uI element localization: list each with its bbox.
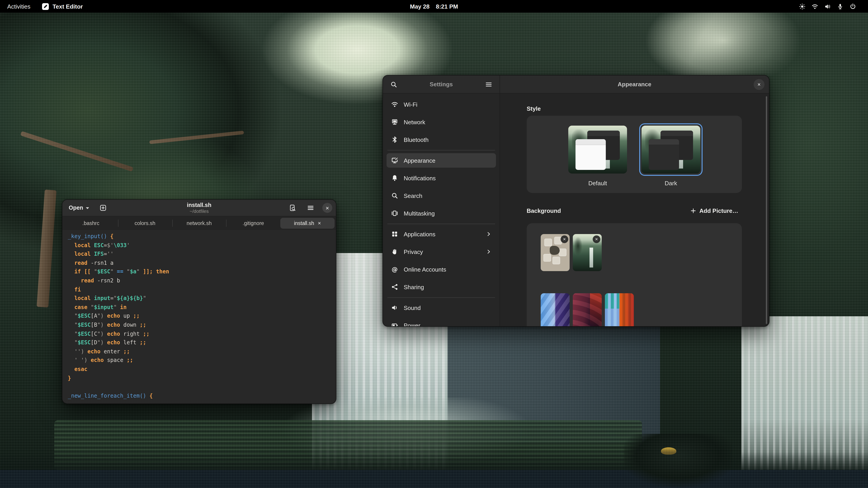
- code-token: $ESC: [78, 322, 91, 328]
- primary-menu-button[interactable]: [483, 78, 495, 91]
- settings-close-button[interactable]: ×: [754, 79, 765, 90]
- settings-content: Appearance × Style Default Dark Backgrou…: [500, 75, 769, 326]
- bell-icon: [391, 174, 398, 182]
- power-battery-icon: [391, 322, 398, 326]
- brightness-status-icon[interactable]: [799, 3, 806, 10]
- sidebar-item-applications[interactable]: Applications: [386, 227, 496, 241]
- tab-install-sh[interactable]: install.sh×: [280, 218, 335, 229]
- wifi-icon: [391, 101, 398, 108]
- sidebar-item-notifications[interactable]: Notifications: [386, 171, 496, 185]
- close-icon: ×: [563, 237, 566, 242]
- document-search-icon: [289, 204, 296, 212]
- hamburger-menu-icon: [485, 80, 492, 88]
- volume-status-icon[interactable]: [824, 3, 831, 10]
- code-editor-area[interactable]: _key_input() { local ESC=$'\033' local I…: [62, 230, 336, 400]
- code-token: [68, 295, 74, 301]
- sidebar-item-power[interactable]: Power: [386, 318, 496, 326]
- open-document-button[interactable]: Open: [66, 203, 92, 213]
- code-line: local ESC=$'\033': [68, 241, 336, 250]
- new-tab-button[interactable]: [97, 201, 110, 214]
- code-token: fi: [74, 286, 81, 293]
- code-token: [68, 330, 74, 337]
- tab-label: .bashrc: [82, 221, 99, 226]
- code-token: }: [68, 375, 71, 381]
- background-default-maroon-waves[interactable]: [573, 293, 602, 327]
- tab-bashrc[interactable]: .bashrc: [64, 218, 118, 229]
- code-token: $a: [130, 269, 136, 275]
- sidebar-item-wi-fi[interactable]: Wi-Fi: [386, 97, 496, 111]
- volume-icon: [824, 3, 831, 10]
- microphone-status-icon[interactable]: [837, 3, 844, 10]
- code-token: [68, 286, 74, 293]
- background-heading: Background: [527, 207, 561, 214]
- remove-background-button[interactable]: ×: [561, 235, 568, 243]
- multitasking-icon-wrap: [391, 210, 398, 217]
- tab-gitignore[interactable]: .gitignore: [226, 218, 281, 229]
- code-line: esac: [68, 365, 336, 374]
- sidebar-item-bluetooth[interactable]: Bluetooth: [386, 132, 496, 147]
- code-token: [C: [91, 330, 97, 337]
- remove-background-button[interactable]: ×: [593, 235, 600, 243]
- code-token: '': [107, 251, 114, 257]
- menu-button[interactable]: [304, 201, 317, 214]
- window-close-button[interactable]: ×: [322, 203, 332, 213]
- code-token: {: [149, 392, 153, 399]
- search-button[interactable]: [388, 78, 400, 91]
- focused-app-menu[interactable]: Text Editor: [42, 3, 83, 10]
- editor-headerbar[interactable]: Open install.sh ~/dotfiles: [62, 200, 336, 217]
- tile-shape: [544, 254, 551, 262]
- code-line: '') echo enter ;;: [68, 347, 336, 356]
- code-token: "): [97, 313, 107, 319]
- activities-button[interactable]: Activities: [7, 3, 31, 10]
- add-picture-button[interactable]: Add Picture…: [687, 205, 742, 216]
- power-status-icon[interactable]: [849, 3, 856, 10]
- system-status-area[interactable]: [799, 0, 868, 13]
- code-line: }: [68, 374, 336, 383]
- tab-network-sh[interactable]: network.sh: [172, 218, 226, 229]
- code-token: echo: [107, 313, 120, 319]
- sidebar-item-online-accounts[interactable]: @Online Accounts: [386, 262, 496, 276]
- tab-colors-sh[interactable]: colors.sh: [118, 218, 172, 229]
- background-thumbnail-forest-wallpaper[interactable]: ×: [573, 234, 602, 271]
- sidebar-item-multitasking[interactable]: Multitasking: [386, 206, 496, 221]
- sidebar-item-network[interactable]: Network: [386, 115, 496, 129]
- code-token: $ESC: [78, 339, 91, 346]
- sidebar-item-sharing[interactable]: Sharing: [386, 280, 496, 294]
- style-option-dark[interactable]: Dark: [639, 123, 703, 187]
- tab-close-icon[interactable]: ×: [318, 220, 321, 226]
- code-token: \033: [114, 242, 127, 248]
- code-token: ' '): [74, 357, 91, 363]
- tab-label: install.sh: [294, 221, 314, 226]
- sidebar-item-sound[interactable]: Sound: [386, 300, 496, 315]
- sidebar-item-label: Sound: [404, 304, 421, 311]
- close-icon: ×: [326, 205, 329, 211]
- network-icon: [391, 119, 398, 126]
- wifi-status-icon[interactable]: [811, 3, 818, 10]
- background-default-blue-purple[interactable]: [541, 293, 569, 327]
- sidebar-item-search[interactable]: Search: [386, 188, 496, 203]
- sidebar-item-label: Applications: [404, 231, 435, 237]
- tab-label: colors.sh: [134, 221, 155, 226]
- sidebar-item-privacy[interactable]: Privacy: [386, 245, 496, 259]
- content-scrollbar[interactable]: [766, 96, 767, 324]
- background-thumbnail-files-wallpaper[interactable]: ×: [541, 234, 569, 271]
- code-token: echo: [91, 357, 104, 363]
- clock-button[interactable]: May 28 8:21 PM: [410, 3, 458, 10]
- text-editor-app-icon: [42, 3, 49, 10]
- code-token: [68, 269, 74, 275]
- background-default-blue-orange[interactable]: [605, 293, 634, 327]
- style-option-default[interactable]: Default: [566, 123, 629, 187]
- content-headerbar[interactable]: Appearance ×: [500, 75, 769, 94]
- wifi-icon-wrap: [391, 101, 398, 108]
- sidebar-item-label: Appearance: [404, 157, 435, 164]
- document-search-button[interactable]: [286, 201, 299, 214]
- desktop: Activities Text Editor May 28 8:21 PM Op…: [0, 0, 868, 488]
- chevron-right-icon: [486, 231, 491, 237]
- style-option-label: Default: [566, 180, 629, 187]
- sidebar-item-label: Privacy: [404, 248, 423, 255]
- activities-label: Activities: [7, 3, 31, 10]
- sidebar-item-appearance[interactable]: Appearance: [386, 153, 496, 168]
- dragon-logo: [550, 246, 560, 255]
- sidebar-headerbar[interactable]: Settings: [383, 75, 500, 94]
- code-token: case: [74, 304, 91, 311]
